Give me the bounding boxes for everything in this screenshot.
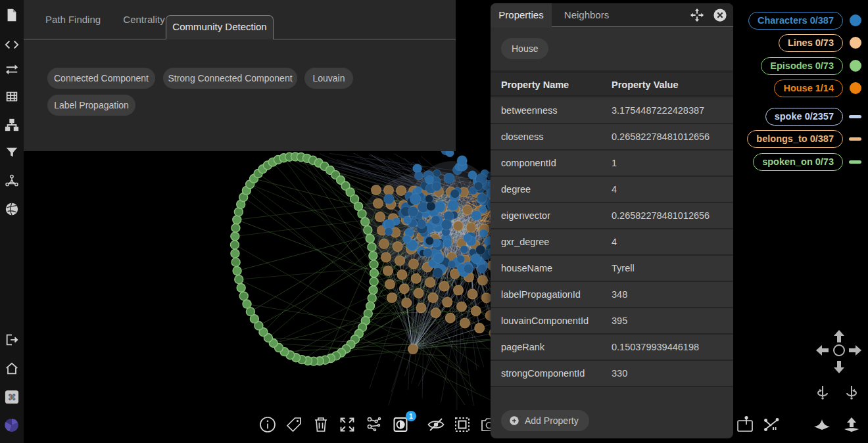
trash-icon[interactable] [312, 415, 330, 434]
belongs-to-color-swatch[interactable] [849, 137, 861, 141]
tab-neighbors[interactable]: Neighbors [556, 3, 617, 27]
column-header-value: Property Value [612, 73, 679, 97]
table-row[interactable]: betweenness3.1754487222428387 [491, 98, 733, 124]
column-header-name: Property Name [501, 73, 569, 97]
pan-down-icon[interactable] [830, 357, 848, 375]
lines-color-swatch[interactable] [850, 37, 861, 49]
legend-lines[interactable]: Lines 0/73 [779, 34, 843, 52]
tab-path-finding[interactable]: Path Finding [37, 0, 109, 39]
table-row[interactable]: closeness0.26582278481012656 [491, 124, 733, 151]
plus-circle-icon [508, 415, 520, 427]
table-row[interactable]: strongComponentId330 [491, 361, 733, 387]
layout-graph-icon[interactable] [365, 415, 383, 434]
node-label-chip[interactable]: House [501, 38, 548, 59]
properties-panel: Properties Neighbors House Property Name… [491, 3, 733, 438]
marquee-select-icon[interactable] [453, 415, 471, 434]
app-logo[interactable] [5, 418, 19, 432]
pull-up-icon[interactable] [842, 415, 861, 434]
table-row[interactable]: houseNameTyrell [491, 256, 733, 282]
hierarchy-icon[interactable] [5, 118, 19, 132]
tab-properties[interactable]: Properties [491, 3, 552, 28]
svg-text:⌘: ⌘ [8, 392, 16, 402]
characters-color-swatch[interactable] [850, 14, 861, 26]
rotate-right-icon[interactable] [842, 384, 861, 402]
info-icon[interactable] [258, 415, 277, 434]
expand-icon[interactable] [338, 415, 356, 434]
move-icon[interactable] [690, 8, 704, 22]
table-icon[interactable] [5, 89, 19, 104]
tag-icon[interactable] [285, 415, 303, 434]
property-table-header: Property Name Property Value [491, 70, 733, 97]
code-icon[interactable] [5, 37, 19, 52]
transform-icon[interactable] [5, 62, 19, 76]
table-row[interactable]: componentId1 [491, 151, 733, 177]
tab-community-detection[interactable]: Community Detection [166, 15, 274, 39]
invert-selection-icon[interactable]: 1 [392, 415, 410, 434]
table-row[interactable]: degree4 [491, 177, 733, 203]
legend-belongs-to[interactable]: belongs_to 0/387 [747, 130, 843, 148]
algorithms-panel: Path Finding Centrality Community Detect… [24, 0, 456, 151]
home-icon[interactable] [5, 361, 19, 376]
network-icon[interactable] [5, 174, 19, 188]
legend-house[interactable]: House 1/14 [774, 80, 843, 97]
legend-characters[interactable]: Characters 0/387 [748, 12, 843, 30]
table-row[interactable]: louvainComponentId395 [491, 308, 733, 335]
add-property-button[interactable]: Add Property [501, 410, 589, 431]
flatten-down-icon[interactable] [813, 415, 831, 434]
document-icon[interactable] [5, 8, 19, 22]
stop-layout-icon[interactable] [763, 415, 781, 434]
close-icon[interactable] [713, 8, 727, 22]
spoke-color-swatch[interactable] [849, 115, 861, 118]
pin-board-icon[interactable] [736, 415, 754, 434]
table-row[interactable]: eigenvector0.26582278481012656 [491, 203, 733, 229]
eye-off-icon[interactable] [427, 415, 445, 434]
strong-connected-component-button[interactable]: Strong Connected Component [163, 68, 297, 89]
table-row[interactable]: labelPropagationId348 [491, 282, 733, 308]
louvain-button[interactable]: Louvain [304, 68, 353, 89]
rotate-left-icon[interactable] [813, 384, 832, 402]
episodes-color-swatch[interactable] [850, 60, 861, 72]
legend-spoke[interactable]: spoke 0/2357 [765, 108, 843, 126]
spoken-on-color-swatch[interactable] [849, 160, 861, 164]
legend-episodes[interactable]: Episodes 0/73 [761, 57, 843, 75]
house-color-swatch[interactable] [850, 82, 861, 94]
selection-count-badge: 1 [406, 411, 416, 421]
sign-out-icon[interactable] [5, 333, 19, 347]
app-window: ⌘ Path Finding Centrality Community Dete… [0, 0, 868, 443]
legend-spoken-on[interactable]: spoken_on 0/73 [753, 153, 843, 171]
label-propagation-button[interactable]: Label Propagation [47, 95, 135, 116]
filter-icon[interactable] [5, 145, 19, 160]
table-row[interactable]: gxr_degree4 [491, 229, 733, 256]
table-row[interactable]: pageRank0.150379939446198 [491, 335, 733, 361]
left-sidebar: ⌘ [0, 0, 24, 443]
connected-component-button[interactable]: Connected Component [47, 68, 155, 89]
property-table: betweenness3.1754487222428387 closeness0… [491, 98, 733, 387]
shortcuts-icon[interactable]: ⌘ [5, 390, 19, 404]
globe-icon[interactable] [5, 202, 19, 216]
